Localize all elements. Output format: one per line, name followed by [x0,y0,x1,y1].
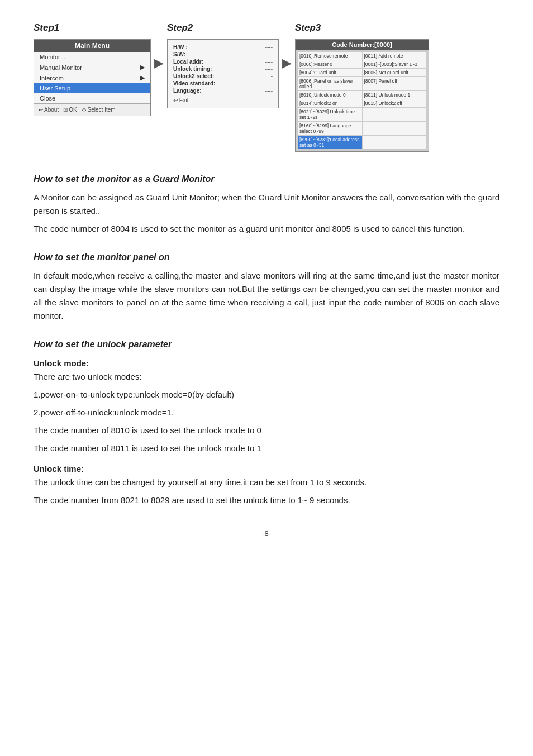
info-row-timing: Unlock timing: ---- [173,66,273,72]
gear-icon: ⚙ [82,107,87,113]
footer-ok: ⊡ OK [63,107,77,113]
menu-item-label: User Setup [40,85,70,92]
arrow-right-icon: ▶ [140,64,145,71]
code-cell: [8004]:Guard unit [298,69,362,76]
code-cell: [8160]~[8199]:Language select 0~99 [298,122,362,135]
code-cell: [0000]:Master 0 [298,60,362,68]
info-row-lang: Language: ---- [173,88,273,94]
exit-button[interactable]: ↩ Exit [173,97,273,103]
lang-label: Language: [173,88,202,94]
arrow-right-icon: ▶ [140,74,145,82]
chevron-right-icon-2: ▶ [282,56,292,70]
code-cell: [8005]:Not guard unit [363,69,427,76]
code-cell: [8006]:Panel on as slaver called [298,77,362,90]
menu-item-monitor[interactable]: Monitor ... [34,52,150,62]
select-item-label: Select Item [88,107,116,113]
info-row-unlock2: Unlock2 select: - [173,73,273,79]
local-label: Local addr: [173,59,203,65]
section2-para1: In default mode,when receive a calling,t… [34,269,499,323]
ok-icon: ⊡ [63,107,68,113]
code-cell: [8014]:Unlock2 on [298,99,362,107]
hw-label: H/W : [173,44,188,50]
section3-heading: How to set the unlock parameter [34,339,499,350]
unlock-time-heading: Unlock time: [34,464,499,473]
code-cell: [0011]:Add remote [363,52,427,60]
code-cell: [0010]:Remove remote [298,52,362,60]
unlock-mode-para3: 2.power-off-to-unlock:unlock mode=1. [34,406,499,419]
menu-item-close[interactable]: Close [34,93,150,103]
unlock2-label: Unlock2 select: [173,73,214,79]
video-label: Video standard: [173,80,215,87]
unlock-mode-para2: 1.power-on- to-unlock type:unlock mode=0… [34,388,499,401]
menu-item-label: Intercom [40,75,64,82]
unlock-mode-para5: The code number of 8011 is used to set t… [34,442,499,455]
step1-label: Step1 [34,22,59,34]
video-value: - [271,80,273,87]
code-grid: [0010]:Remove remote [0011]:Add remote [… [296,50,429,151]
menu-item-intercom[interactable]: Intercom ▶ [34,73,150,83]
code-title: Code Number:[0000] [296,40,429,50]
info-row-sw: S/W: ---- [173,51,273,58]
sw-label: S/W: [173,51,185,58]
lang-value: ---- [265,88,273,94]
code-box: Code Number:[0000] [0010]:Remove remote … [295,39,429,152]
menu-item-usersetup[interactable]: User Setup [34,83,150,93]
arrow-connector-1: ▶ [151,56,167,70]
section1-para2: The code number of 8004 is used to set t… [34,222,499,236]
code-cell: [8015]:Unlock2 off [363,99,427,107]
main-menu-title: Main Menu [34,40,150,52]
local-value: ---- [265,59,273,65]
code-cell: [8010]:Unlock mode 0 [298,91,362,99]
code-cell [363,108,427,121]
step3-label: Step3 [295,22,321,34]
section1-para1: A Monitor can be assigned as Guard Unit … [34,191,499,218]
footer-select-item: ⚙ Select Item [82,107,116,113]
code-cell: [0001]~[8003]:Slaver 1~3 [363,60,427,68]
unlock-time-para1: The unlock time can be changed by yourse… [34,476,499,489]
info-row-video: Video standard: - [173,80,273,87]
main-menu-box: Main Menu Monitor ... Manual Monitor ▶ I… [34,39,151,116]
info-row-local: Local addr: ---- [173,59,273,65]
unlock-mode-para1: There are two unlock modes: [34,370,499,384]
menu-item-label: Monitor ... [40,54,67,60]
timing-value: ---- [265,66,273,72]
unlock-mode-heading: Unlock mode: [34,358,499,368]
code-cell [363,122,427,135]
step2-label: Step2 [167,22,193,34]
code-cell: [8007]:Panel off [363,77,427,90]
section1-heading: How to set the monitor as a Guard Monito… [34,174,499,184]
footer-about: ↩ About [39,107,59,113]
menu-item-label: Close [40,95,55,102]
step2-block: Step2 H/W : ---- S/W: ---- Local addr: -… [167,22,279,108]
code-cell: [8021]~[8029]:Unlock time set 1~9s [298,108,362,121]
chevron-right-icon: ▶ [154,56,164,70]
code-cell [363,136,427,149]
sw-value: ---- [265,51,273,58]
unlock-mode-para4: The code number of 8010 is used to set t… [34,424,499,437]
code-cell: [8200]~[8231]:Local address set as 0~31 [298,136,362,149]
timing-label: Unlock timing: [173,66,212,72]
about-label: About [44,107,59,113]
unlock2-value: - [271,73,273,79]
menu-footer: ↩ About ⊡ OK ⚙ Select Item [34,103,150,116]
step1-block: Step1 Main Menu Monitor ... Manual Monit… [34,22,151,116]
steps-row: Step1 Main Menu Monitor ... Manual Monit… [34,22,499,152]
code-cell: [8011]:Unlock mode 1 [363,91,427,99]
hw-value: ---- [265,44,273,50]
page-number: -8- [34,529,499,538]
unlock-time-para2: The code number from 8021 to 8029 are us… [34,494,499,507]
ok-label: OK [69,107,77,113]
step3-block: Step3 Code Number:[0000] [0010]:Remove r… [295,22,429,152]
section2-heading: How to set the monitor panel on [34,252,499,262]
menu-item-manual[interactable]: Manual Monitor ▶ [34,62,150,73]
info-box: H/W : ---- S/W: ---- Local addr: ---- Un… [167,39,279,108]
arrow-connector-2: ▶ [279,56,295,70]
info-row-hw: H/W : ---- [173,44,273,50]
menu-item-label: Manual Monitor [40,64,82,71]
back-icon: ↩ [39,107,43,113]
